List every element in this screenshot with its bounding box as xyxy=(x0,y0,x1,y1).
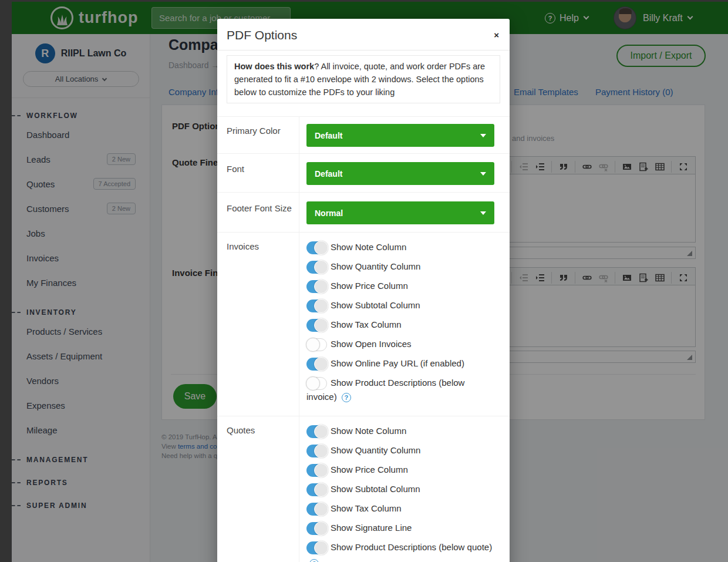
toggle-switch[interactable] xyxy=(306,299,327,312)
toggle-option: Show Tax Column xyxy=(306,318,496,332)
toggle-option: Show Note Column xyxy=(306,424,496,438)
modal-divider xyxy=(217,50,510,51)
toggle-label: Show Subtotal Column xyxy=(331,484,420,494)
toggle-option: Show Open Invoices xyxy=(306,337,496,351)
toggle-option: Show Subtotal Column xyxy=(306,298,496,312)
toggle-option: Show Product Descriptions (below quote)? xyxy=(306,540,496,562)
app-window: turfhop ? Help Billy Kraft R RIIPL Lawn … xyxy=(0,0,728,562)
primary-color-label: Primary Color xyxy=(217,117,299,153)
toggle-label: Show Note Column xyxy=(331,242,406,252)
toggle-switch[interactable] xyxy=(306,464,327,477)
toggle-label: Show Price Column xyxy=(331,281,408,291)
toggle-label: Show Online Pay URL (if enabled) xyxy=(331,358,464,368)
footer-font-size-select[interactable]: Normal xyxy=(306,201,494,224)
quotes-toggle-list: Show Note Column Show Quantity Column Sh… xyxy=(306,423,503,562)
toggle-option: Show Signature Line xyxy=(306,521,496,535)
toggle-label: Show Product Descriptions (below invoice… xyxy=(306,378,464,402)
toggle-switch[interactable] xyxy=(306,445,327,457)
toggle-label: Show Signature Line xyxy=(331,523,412,533)
toggle-option: Show Online Pay URL (if enabled) xyxy=(306,356,496,371)
toggle-switch[interactable] xyxy=(306,261,327,274)
toggle-switch[interactable] xyxy=(306,503,327,516)
toggle-option: Show Quantity Column xyxy=(306,443,496,457)
help-icon[interactable]: ? xyxy=(342,393,351,402)
toggle-label: Show Subtotal Column xyxy=(331,300,420,310)
toggle-option: Show Price Column xyxy=(306,279,496,293)
modal-intro: How does this work? All invoice, quote, … xyxy=(227,55,500,103)
toggle-option: Show Tax Column xyxy=(306,502,496,516)
toggle-label: Show Note Column xyxy=(331,426,406,436)
toggle-switch[interactable] xyxy=(306,338,327,351)
modal-header: PDF Options × xyxy=(217,19,510,50)
toggle-switch[interactable] xyxy=(306,483,327,496)
toggle-label: Show Price Column xyxy=(331,465,408,474)
toggle-option: Show Price Column xyxy=(306,463,496,477)
footer-font-size-label: Footer Font Size xyxy=(217,193,299,232)
toggle-option: Show Product Descriptions (below invoice… xyxy=(306,376,483,404)
toggle-label: Show Tax Column xyxy=(331,319,402,329)
toggle-switch[interactable] xyxy=(306,377,327,390)
pdf-options-modal: PDF Options × How does this work? All in… xyxy=(217,19,510,562)
footer-font-size-row: Footer Font Size Normal xyxy=(217,192,510,232)
invoices-toggle-list: Show Note Column Show Quantity Column Sh… xyxy=(306,240,503,404)
quotes-row: Quotes Show Note Column Show Quantity Co… xyxy=(217,416,510,562)
toggle-switch[interactable] xyxy=(306,280,327,293)
toggle-option: Show Note Column xyxy=(306,240,496,254)
toggle-label: Show Open Invoices xyxy=(331,339,412,349)
invoices-label: Invoices xyxy=(217,233,299,416)
toggle-label: Show Quantity Column xyxy=(331,261,420,271)
font-row: Font Default xyxy=(217,153,510,192)
toggle-switch[interactable] xyxy=(306,541,327,554)
toggle-label: Show Quantity Column xyxy=(331,445,420,455)
font-label: Font xyxy=(217,154,299,192)
toggle-switch[interactable] xyxy=(306,358,327,371)
toggle-switch[interactable] xyxy=(306,319,327,332)
modal-title: PDF Options xyxy=(227,28,500,42)
help-icon[interactable]: ? xyxy=(309,559,319,562)
intro-bold: How does this work xyxy=(234,62,314,71)
toggle-label: Show Tax Column xyxy=(331,503,402,513)
invoices-row: Invoices Show Note Column Show Quantity … xyxy=(217,232,510,416)
toggle-option: Show Subtotal Column xyxy=(306,482,496,496)
primary-color-select[interactable]: Default xyxy=(306,124,494,147)
font-select[interactable]: Default xyxy=(306,162,494,185)
primary-color-row: Primary Color Default xyxy=(217,116,510,153)
toggle-switch[interactable] xyxy=(306,522,327,535)
toggle-label: Show Product Descriptions (below quote) xyxy=(331,542,492,552)
close-icon[interactable]: × xyxy=(494,31,499,39)
toggle-switch[interactable] xyxy=(306,425,327,438)
quotes-label: Quotes xyxy=(217,416,299,562)
toggle-switch[interactable] xyxy=(306,241,327,254)
toggle-option: Show Quantity Column xyxy=(306,260,496,274)
